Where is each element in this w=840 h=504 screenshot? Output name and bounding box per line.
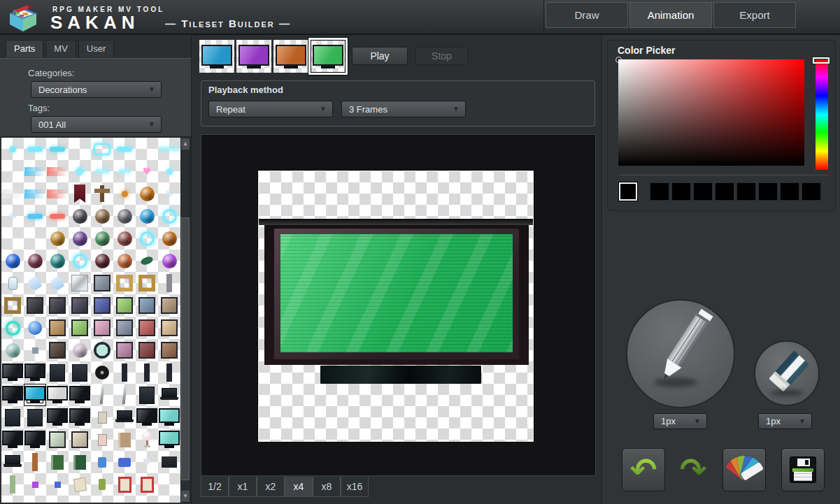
tile[interactable] xyxy=(91,294,113,317)
tile[interactable] xyxy=(46,406,69,429)
tile[interactable] xyxy=(69,138,91,160)
tile[interactable] xyxy=(69,361,91,384)
tile[interactable] xyxy=(113,429,136,451)
scrollbar-thumb[interactable] xyxy=(181,217,190,480)
save-button[interactable] xyxy=(781,448,825,491)
tile[interactable] xyxy=(113,406,136,429)
tile[interactable] xyxy=(1,294,24,317)
color-swatch-8[interactable] xyxy=(802,182,821,201)
zoom-x8[interactable]: x8 xyxy=(313,477,341,497)
tile[interactable] xyxy=(158,473,180,496)
tile[interactable]: ❄ xyxy=(1,205,24,227)
tile[interactable] xyxy=(113,250,136,272)
tile[interactable] xyxy=(46,294,69,317)
sidebar-tab-user[interactable]: User xyxy=(78,40,114,57)
palette-button[interactable] xyxy=(722,448,766,491)
tile[interactable] xyxy=(24,160,46,182)
tile[interactable] xyxy=(91,227,113,250)
color-swatch-2[interactable] xyxy=(671,182,691,201)
tile[interactable] xyxy=(24,227,46,250)
color-swatch-4[interactable] xyxy=(715,182,734,201)
animation-canvas[interactable] xyxy=(201,134,596,476)
tile[interactable] xyxy=(91,406,113,429)
tile[interactable] xyxy=(136,429,158,451)
current-color-swatch[interactable] xyxy=(619,182,637,201)
playback-frames-dropdown[interactable]: 3 Frames ▼ xyxy=(341,101,466,117)
tile[interactable] xyxy=(113,361,136,384)
tile[interactable] xyxy=(1,317,24,339)
tile[interactable] xyxy=(46,361,69,384)
tile[interactable] xyxy=(1,272,24,294)
stop-button[interactable]: Stop xyxy=(415,47,468,65)
tile[interactable] xyxy=(113,473,136,496)
tile[interactable] xyxy=(158,451,180,473)
tile[interactable] xyxy=(91,250,113,272)
zoom-1-2[interactable]: 1/2 xyxy=(201,477,229,497)
hue-slider[interactable] xyxy=(816,59,828,170)
tile[interactable] xyxy=(113,182,136,205)
tile[interactable] xyxy=(136,317,158,339)
tile[interactable] xyxy=(46,451,69,473)
tile[interactable] xyxy=(91,138,113,160)
frame-thumbnail-1[interactable] xyxy=(199,40,234,73)
color-swatch-3[interactable] xyxy=(693,182,713,201)
tile[interactable] xyxy=(46,429,69,451)
tile[interactable] xyxy=(1,429,24,451)
tile[interactable] xyxy=(136,361,158,384)
tile[interactable] xyxy=(158,339,180,361)
tile[interactable] xyxy=(91,384,113,406)
tile[interactable] xyxy=(91,182,113,205)
tile[interactable] xyxy=(69,272,91,294)
tile[interactable] xyxy=(24,272,46,294)
undo-button[interactable]: ↶ xyxy=(622,448,665,491)
tile[interactable] xyxy=(1,182,24,205)
tile[interactable] xyxy=(69,160,91,182)
tile[interactable] xyxy=(69,406,91,429)
canvas-selection[interactable] xyxy=(258,171,534,442)
tile[interactable] xyxy=(158,406,180,429)
frame-thumbnail-2[interactable] xyxy=(236,40,271,73)
tile[interactable] xyxy=(24,138,46,160)
tile[interactable] xyxy=(46,250,69,272)
tile[interactable] xyxy=(136,294,158,317)
tile[interactable] xyxy=(24,473,46,496)
sidebar-tab-parts[interactable]: Parts xyxy=(6,40,43,57)
tile[interactable] xyxy=(46,317,69,339)
tile[interactable] xyxy=(46,160,69,182)
zoom-x16[interactable]: x16 xyxy=(341,477,369,497)
redo-button[interactable]: ↷ xyxy=(671,448,715,491)
tile[interactable] xyxy=(46,182,69,205)
tile[interactable] xyxy=(91,317,113,339)
zoom-x2[interactable]: x2 xyxy=(257,477,285,497)
tile[interactable] xyxy=(136,339,158,361)
pencil-size-dropdown[interactable]: 1px ▼ xyxy=(653,413,707,429)
tile[interactable] xyxy=(24,406,46,429)
tile[interactable] xyxy=(158,294,180,317)
tile[interactable]: HOTEL xyxy=(158,138,180,160)
tile[interactable] xyxy=(136,227,158,250)
sv-selector[interactable] xyxy=(615,57,622,63)
tile[interactable] xyxy=(46,205,69,227)
color-swatch-1[interactable] xyxy=(650,182,669,201)
tile[interactable] xyxy=(91,205,113,227)
color-swatch-5[interactable] xyxy=(736,182,756,201)
tile[interactable]: INN xyxy=(113,160,136,182)
tile[interactable] xyxy=(1,227,24,250)
tile[interactable] xyxy=(158,384,180,406)
tile[interactable] xyxy=(136,473,158,496)
tags-dropdown[interactable]: 001 All ▼ xyxy=(31,116,162,133)
tile[interactable] xyxy=(1,451,24,473)
tile[interactable] xyxy=(24,339,46,361)
tile[interactable] xyxy=(158,361,180,384)
tile[interactable] xyxy=(1,339,24,361)
tab-export[interactable]: Export xyxy=(713,2,796,28)
tile[interactable] xyxy=(136,250,158,272)
tile[interactable] xyxy=(158,227,180,250)
tile[interactable] xyxy=(24,317,46,339)
tile[interactable] xyxy=(158,272,180,294)
tile[interactable] xyxy=(113,317,136,339)
eraser-tool-button[interactable]: RPG MAKER xyxy=(754,340,820,406)
tile[interactable] xyxy=(1,160,24,182)
zoom-x1[interactable]: x1 xyxy=(229,477,257,497)
tile[interactable] xyxy=(46,272,69,294)
